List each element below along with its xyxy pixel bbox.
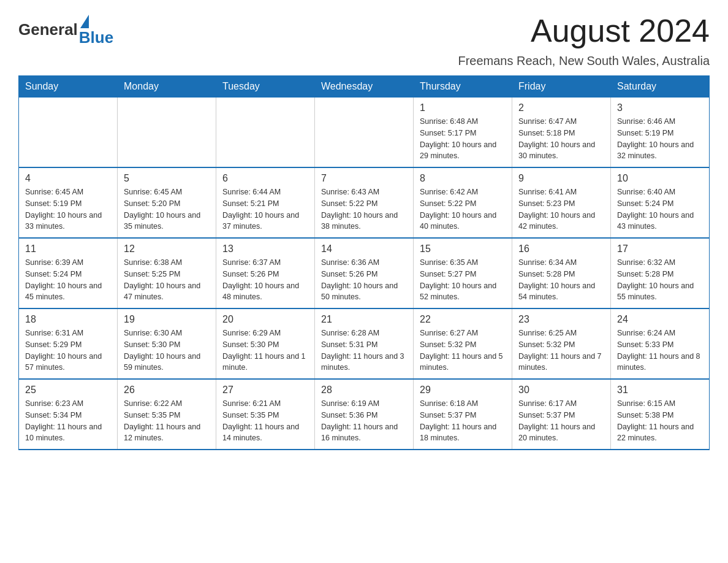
day-number: 6 — [222, 173, 308, 184]
day-number: 16 — [518, 243, 604, 255]
logo: General Blue — [18, 12, 113, 47]
calendar-table: Sunday Monday Tuesday Wednesday Thursday… — [18, 75, 710, 450]
day-number: 18 — [25, 314, 111, 325]
calendar-cell: 31Sunrise: 6:15 AMSunset: 5:38 PMDayligh… — [611, 379, 710, 450]
day-info: Sunrise: 6:31 AMSunset: 5:29 PMDaylight:… — [25, 327, 111, 373]
calendar-cell: 10Sunrise: 6:40 AMSunset: 5:24 PMDayligh… — [611, 167, 710, 238]
calendar-week-1: 1Sunrise: 6:48 AMSunset: 5:17 PMDaylight… — [19, 98, 710, 168]
calendar-cell: 1Sunrise: 6:48 AMSunset: 5:17 PMDaylight… — [414, 98, 512, 168]
day-number: 31 — [617, 385, 703, 396]
page-header: General Blue August 2024 — [18, 12, 710, 49]
day-info: Sunrise: 6:45 AMSunset: 5:20 PMDaylight:… — [124, 186, 210, 232]
calendar-cell: 30Sunrise: 6:17 AMSunset: 5:37 PMDayligh… — [512, 379, 611, 450]
day-number: 14 — [321, 243, 407, 255]
day-number: 27 — [222, 385, 308, 396]
day-number: 29 — [420, 385, 506, 396]
col-monday: Monday — [118, 76, 216, 98]
day-info: Sunrise: 6:36 AMSunset: 5:26 PMDaylight:… — [321, 257, 407, 303]
day-number: 23 — [518, 314, 604, 325]
month-title: August 2024 — [531, 12, 710, 49]
location-subtitle: Freemans Reach, New South Wales, Austral… — [18, 54, 710, 68]
day-number: 17 — [617, 243, 703, 255]
day-number: 26 — [124, 385, 210, 396]
calendar-cell: 29Sunrise: 6:18 AMSunset: 5:37 PMDayligh… — [414, 379, 512, 450]
calendar-cell: 13Sunrise: 6:37 AMSunset: 5:26 PMDayligh… — [216, 238, 315, 308]
calendar-cell: 21Sunrise: 6:28 AMSunset: 5:31 PMDayligh… — [315, 308, 414, 379]
day-info: Sunrise: 6:46 AMSunset: 5:19 PMDaylight:… — [617, 116, 703, 162]
calendar-cell — [118, 98, 216, 168]
day-info: Sunrise: 6:45 AMSunset: 5:19 PMDaylight:… — [25, 186, 111, 232]
day-number: 30 — [518, 385, 604, 396]
calendar-cell: 25Sunrise: 6:23 AMSunset: 5:34 PMDayligh… — [19, 379, 118, 450]
logo-blue: Blue — [79, 28, 113, 47]
day-number: 15 — [420, 243, 506, 255]
day-number: 2 — [518, 102, 604, 113]
col-saturday: Saturday — [611, 76, 710, 98]
calendar-cell: 3Sunrise: 6:46 AMSunset: 5:19 PMDaylight… — [611, 98, 710, 168]
calendar-cell: 17Sunrise: 6:32 AMSunset: 5:28 PMDayligh… — [611, 238, 710, 308]
calendar-cell: 4Sunrise: 6:45 AMSunset: 5:19 PMDaylight… — [19, 167, 118, 238]
day-number: 8 — [420, 173, 506, 184]
day-info: Sunrise: 6:23 AMSunset: 5:34 PMDaylight:… — [25, 398, 111, 444]
calendar-week-2: 4Sunrise: 6:45 AMSunset: 5:19 PMDaylight… — [19, 167, 710, 238]
calendar-body: 1Sunrise: 6:48 AMSunset: 5:17 PMDaylight… — [19, 98, 710, 450]
day-number: 10 — [617, 173, 703, 184]
day-info: Sunrise: 6:40 AMSunset: 5:24 PMDaylight:… — [617, 186, 703, 232]
day-number: 7 — [321, 173, 407, 184]
calendar-cell: 5Sunrise: 6:45 AMSunset: 5:20 PMDaylight… — [118, 167, 216, 238]
day-number: 24 — [617, 314, 703, 325]
day-info: Sunrise: 6:28 AMSunset: 5:31 PMDaylight:… — [321, 327, 407, 373]
day-info: Sunrise: 6:25 AMSunset: 5:32 PMDaylight:… — [518, 327, 604, 373]
title-block: August 2024 — [531, 12, 710, 49]
calendar-cell: 28Sunrise: 6:19 AMSunset: 5:36 PMDayligh… — [315, 379, 414, 450]
day-number: 12 — [124, 243, 210, 255]
calendar-cell: 16Sunrise: 6:34 AMSunset: 5:28 PMDayligh… — [512, 238, 611, 308]
calendar-cell: 18Sunrise: 6:31 AMSunset: 5:29 PMDayligh… — [19, 308, 118, 379]
calendar-header: Sunday Monday Tuesday Wednesday Thursday… — [19, 76, 710, 98]
day-info: Sunrise: 6:39 AMSunset: 5:24 PMDaylight:… — [25, 257, 111, 303]
day-info: Sunrise: 6:19 AMSunset: 5:36 PMDaylight:… — [321, 398, 407, 444]
calendar-cell: 24Sunrise: 6:24 AMSunset: 5:33 PMDayligh… — [611, 308, 710, 379]
logo-general: General — [18, 20, 78, 39]
calendar-cell: 12Sunrise: 6:38 AMSunset: 5:25 PMDayligh… — [118, 238, 216, 308]
day-number: 20 — [222, 314, 308, 325]
day-number: 13 — [222, 243, 308, 255]
calendar-cell — [216, 98, 315, 168]
calendar-week-5: 25Sunrise: 6:23 AMSunset: 5:34 PMDayligh… — [19, 379, 710, 450]
day-info: Sunrise: 6:30 AMSunset: 5:30 PMDaylight:… — [124, 327, 210, 373]
calendar-cell: 11Sunrise: 6:39 AMSunset: 5:24 PMDayligh… — [19, 238, 118, 308]
calendar-cell — [315, 98, 414, 168]
col-thursday: Thursday — [414, 76, 512, 98]
day-number: 25 — [25, 385, 111, 396]
calendar-week-4: 18Sunrise: 6:31 AMSunset: 5:29 PMDayligh… — [19, 308, 710, 379]
day-info: Sunrise: 6:38 AMSunset: 5:25 PMDaylight:… — [124, 257, 210, 303]
day-info: Sunrise: 6:34 AMSunset: 5:28 PMDaylight:… — [518, 257, 604, 303]
day-number: 5 — [124, 173, 210, 184]
col-wednesday: Wednesday — [315, 76, 414, 98]
col-friday: Friday — [512, 76, 611, 98]
calendar-cell: 27Sunrise: 6:21 AMSunset: 5:35 PMDayligh… — [216, 379, 315, 450]
col-sunday: Sunday — [19, 76, 118, 98]
day-info: Sunrise: 6:22 AMSunset: 5:35 PMDaylight:… — [124, 398, 210, 444]
header-row: Sunday Monday Tuesday Wednesday Thursday… — [19, 76, 710, 98]
day-info: Sunrise: 6:24 AMSunset: 5:33 PMDaylight:… — [617, 327, 703, 373]
day-number: 3 — [617, 102, 703, 113]
calendar-cell — [19, 98, 118, 168]
calendar-cell: 23Sunrise: 6:25 AMSunset: 5:32 PMDayligh… — [512, 308, 611, 379]
logo-triangle-icon — [80, 15, 89, 28]
day-number: 19 — [124, 314, 210, 325]
day-info: Sunrise: 6:48 AMSunset: 5:17 PMDaylight:… — [420, 116, 506, 162]
day-info: Sunrise: 6:27 AMSunset: 5:32 PMDaylight:… — [420, 327, 506, 373]
day-number: 28 — [321, 385, 407, 396]
day-info: Sunrise: 6:47 AMSunset: 5:18 PMDaylight:… — [518, 116, 604, 162]
day-info: Sunrise: 6:32 AMSunset: 5:28 PMDaylight:… — [617, 257, 703, 303]
day-info: Sunrise: 6:15 AMSunset: 5:38 PMDaylight:… — [617, 398, 703, 444]
day-number: 22 — [420, 314, 506, 325]
day-info: Sunrise: 6:35 AMSunset: 5:27 PMDaylight:… — [420, 257, 506, 303]
calendar-cell: 7Sunrise: 6:43 AMSunset: 5:22 PMDaylight… — [315, 167, 414, 238]
day-info: Sunrise: 6:41 AMSunset: 5:23 PMDaylight:… — [518, 186, 604, 232]
calendar-cell: 15Sunrise: 6:35 AMSunset: 5:27 PMDayligh… — [414, 238, 512, 308]
calendar-cell: 20Sunrise: 6:29 AMSunset: 5:30 PMDayligh… — [216, 308, 315, 379]
calendar-cell: 9Sunrise: 6:41 AMSunset: 5:23 PMDaylight… — [512, 167, 611, 238]
calendar-cell: 6Sunrise: 6:44 AMSunset: 5:21 PMDaylight… — [216, 167, 315, 238]
